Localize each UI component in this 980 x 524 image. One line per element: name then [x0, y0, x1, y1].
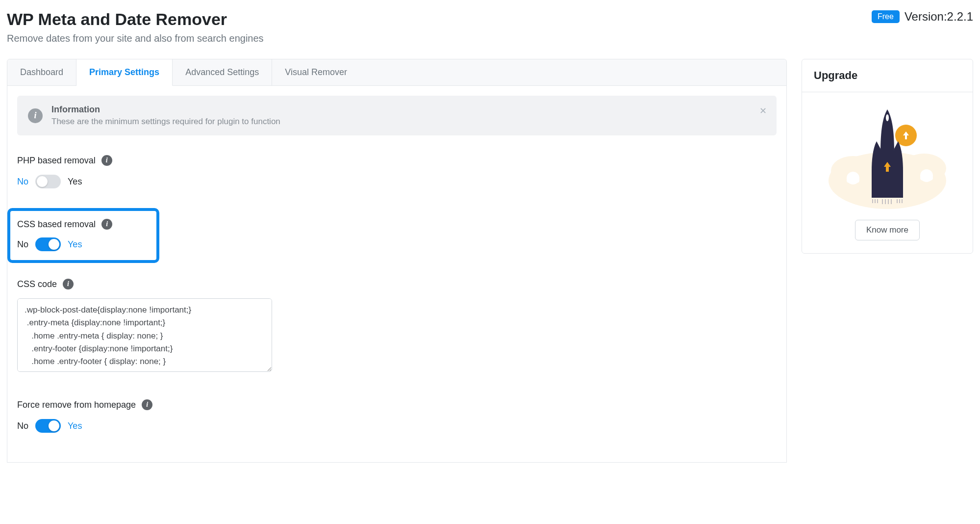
- css-removal-label: CSS based removal: [17, 219, 96, 230]
- svg-point-8: [886, 114, 889, 121]
- info-icon[interactable]: i: [142, 399, 152, 410]
- css-removal-yes: Yes: [68, 239, 82, 250]
- free-badge: Free: [872, 10, 900, 23]
- css-removal-no: No: [17, 239, 28, 250]
- main-panel: Dashboard Primary Settings Advanced Sett…: [7, 59, 787, 463]
- php-removal-label: PHP based removal: [17, 156, 96, 166]
- know-more-button[interactable]: Know more: [855, 220, 920, 240]
- close-icon[interactable]: ✕: [759, 105, 767, 116]
- svg-rect-4: [847, 178, 859, 183]
- force-homepage-label: Force remove from homepage: [17, 400, 136, 410]
- highlighted-css-removal: CSS based removal i No Yes: [7, 208, 159, 263]
- info-icon[interactable]: i: [63, 279, 74, 289]
- force-homepage-yes: Yes: [68, 421, 82, 431]
- css-removal-toggle[interactable]: [35, 237, 61, 251]
- php-removal-yes: Yes: [68, 177, 82, 187]
- info-title: Information: [51, 105, 280, 115]
- page-title: WP Meta and Date Remover: [7, 10, 264, 29]
- version-label: Version:2.2.1: [905, 10, 973, 24]
- svg-rect-6: [920, 176, 933, 181]
- tab-primary-settings[interactable]: Primary Settings: [76, 59, 173, 86]
- php-removal-no: No: [17, 177, 28, 187]
- css-code-textarea[interactable]: [17, 298, 272, 372]
- setting-force-homepage: Force remove from homepage i No Yes: [17, 393, 777, 439]
- setting-css-code: CSS code i: [17, 273, 777, 380]
- force-homepage-no: No: [17, 421, 28, 431]
- information-alert: i Information These are the minimum sett…: [17, 96, 777, 135]
- info-body: These are the minimum settings required …: [51, 117, 280, 127]
- info-icon[interactable]: i: [101, 155, 112, 166]
- tab-advanced-settings[interactable]: Advanced Settings: [173, 59, 272, 85]
- setting-php-removal: PHP based removal i No Yes: [17, 149, 777, 194]
- upgrade-panel: Upgrade: [802, 59, 973, 254]
- tab-visual-remover[interactable]: Visual Remover: [272, 59, 360, 85]
- upgrade-title: Upgrade: [802, 59, 973, 92]
- page-subtitle: Remove dates from your site and also fro…: [7, 33, 264, 44]
- tabs-bar: Dashboard Primary Settings Advanced Sett…: [7, 59, 786, 86]
- css-code-label: CSS code: [17, 279, 57, 289]
- info-icon: i: [28, 108, 43, 123]
- php-removal-toggle[interactable]: [35, 175, 61, 188]
- info-icon[interactable]: i: [101, 219, 112, 230]
- force-homepage-toggle[interactable]: [35, 419, 61, 433]
- rocket-illustration: [824, 107, 951, 210]
- tab-dashboard[interactable]: Dashboard: [7, 59, 76, 85]
